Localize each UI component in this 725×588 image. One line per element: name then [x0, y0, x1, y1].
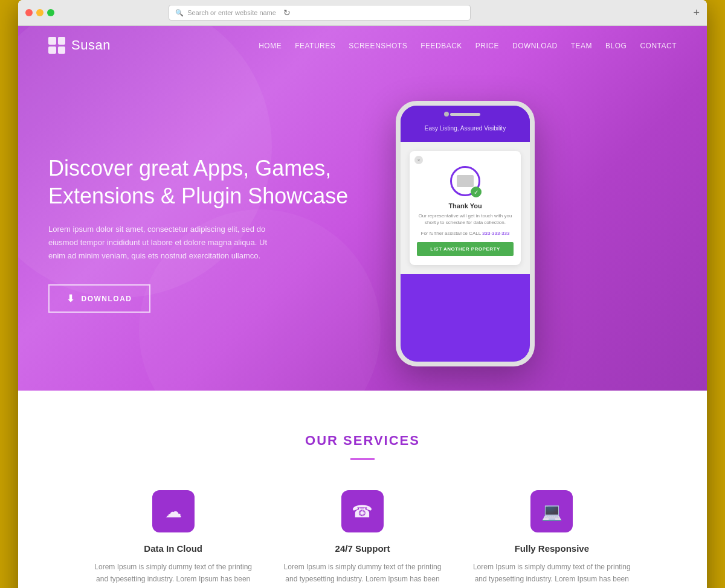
- browser-window: 🔍 Search or enter website name ↻ + Susan: [18, 0, 707, 588]
- list-another-button[interactable]: LIST ANOTHER PROPERTY: [417, 242, 514, 256]
- modal-title: Thank You: [417, 202, 514, 209]
- logo[interactable]: Susan: [48, 37, 111, 54]
- website-content: Susan HOME FEATURES SCREENSHOTS FEEDBACK…: [18, 26, 707, 588]
- modal-description: Our representative will get in touch wit…: [417, 213, 514, 226]
- hero-content: Discover great Apps, Games, Extensions &…: [18, 65, 707, 391]
- nav-item-download[interactable]: DOWNLOAD: [512, 40, 558, 51]
- download-icon: ⬇: [66, 293, 76, 304]
- service-name-responsive: Fully Responsive: [515, 543, 589, 554]
- service-name-cloud: Data In Cloud: [144, 543, 202, 554]
- browser-chrome: 🔍 Search or enter website name ↻ +: [18, 0, 707, 26]
- phone-frame: Easy Listing, Assured Visibility × ✓ T: [396, 101, 535, 366]
- cloud-icon: ☁: [152, 490, 195, 532]
- phone-icon: ☎: [341, 490, 384, 532]
- services-title: OUR SERVICES: [48, 433, 677, 449]
- modal-icon: ✓: [450, 166, 480, 196]
- logo-grid-icon: [48, 37, 65, 54]
- phone-listing-text: Easy Listing, Assured Visibility: [410, 124, 521, 133]
- download-button[interactable]: ⬇ DOWNLOAD: [48, 284, 150, 313]
- nav-item-screenshots[interactable]: SCREENSHOTS: [349, 40, 407, 51]
- service-desc-responsive: Lorem Ipsum is simply dummy text of the …: [469, 561, 634, 588]
- phone-camera: [444, 112, 449, 117]
- maximize-button[interactable]: [47, 9, 54, 16]
- services-divider: [350, 458, 375, 460]
- hero-section: Susan HOME FEATURES SCREENSHOTS FEEDBACK…: [18, 26, 707, 391]
- phone-modal: × ✓ Thank You Our representative will ge…: [410, 151, 521, 265]
- close-button[interactable]: [25, 9, 33, 16]
- phone-mockup: Easy Listing, Assured Visibility × ✓ T: [350, 101, 580, 366]
- document-icon: [457, 175, 474, 187]
- nav-item-contact[interactable]: CONTACT: [640, 40, 677, 51]
- nav-item-blog[interactable]: BLOG: [605, 40, 627, 51]
- traffic-lights: [25, 9, 54, 16]
- laptop-icon: 💻: [530, 490, 573, 532]
- service-item-support: ☎ 24/7 Support Lorem Ipsum is simply dum…: [280, 490, 445, 588]
- service-item-cloud: ☁ Data In Cloud Lorem Ipsum is simply du…: [91, 490, 256, 588]
- check-icon: ✓: [471, 187, 482, 197]
- phone-screen-middle: × ✓ Thank You Our representative will ge…: [401, 142, 530, 274]
- service-name-support: 24/7 Support: [335, 543, 390, 554]
- hero-title: Discover great Apps, Games, Extensions &…: [48, 155, 350, 211]
- nav-item-feedback[interactable]: FEEDBACK: [420, 40, 462, 51]
- services-grid: ☁ Data In Cloud Lorem Ipsum is simply du…: [91, 490, 634, 588]
- service-desc-cloud: Lorem Ipsum is simply dummy text of the …: [91, 561, 256, 588]
- nav-item-home[interactable]: HOME: [259, 40, 282, 51]
- nav-item-features[interactable]: FEATURES: [295, 40, 335, 51]
- nav-item-team[interactable]: TEAM: [571, 40, 592, 51]
- modal-call-number: 333-333-333: [482, 231, 509, 236]
- refresh-button[interactable]: ↻: [283, 8, 291, 18]
- logo-text: Susan: [71, 37, 111, 53]
- search-icon: 🔍: [175, 9, 184, 17]
- service-desc-support: Lorem Ipsum is simply dummy text of the …: [280, 561, 445, 588]
- navbar: Susan HOME FEATURES SCREENSHOTS FEEDBACK…: [18, 26, 707, 65]
- modal-close-icon: ×: [414, 156, 423, 164]
- download-label: DOWNLOAD: [82, 295, 132, 303]
- hero-description: Lorem ipsum dolor sit amet, consectetur …: [48, 223, 278, 263]
- phone-speaker: [450, 113, 480, 116]
- service-item-responsive: 💻 Fully Responsive Lorem Ipsum is simply…: [469, 490, 634, 588]
- services-section: OUR SERVICES ☁ Data In Cloud Lorem Ipsum…: [18, 391, 707, 588]
- address-placeholder: Search or enter website name: [187, 9, 276, 16]
- phone-screen-top: Easy Listing, Assured Visibility: [401, 106, 530, 142]
- phone-screen: Easy Listing, Assured Visibility × ✓ T: [401, 106, 530, 362]
- minimize-button[interactable]: [36, 9, 44, 16]
- address-bar[interactable]: 🔍 Search or enter website name ↻: [169, 5, 471, 21]
- hero-text: Discover great Apps, Games, Extensions &…: [48, 155, 350, 313]
- modal-call-text: For further assistance CALL 333-333-333: [417, 231, 514, 236]
- nav-item-price[interactable]: PRICE: [475, 40, 499, 51]
- nav-links: HOME FEATURES SCREENSHOTS FEEDBACK PRICE…: [259, 40, 677, 51]
- new-tab-button[interactable]: +: [693, 7, 700, 19]
